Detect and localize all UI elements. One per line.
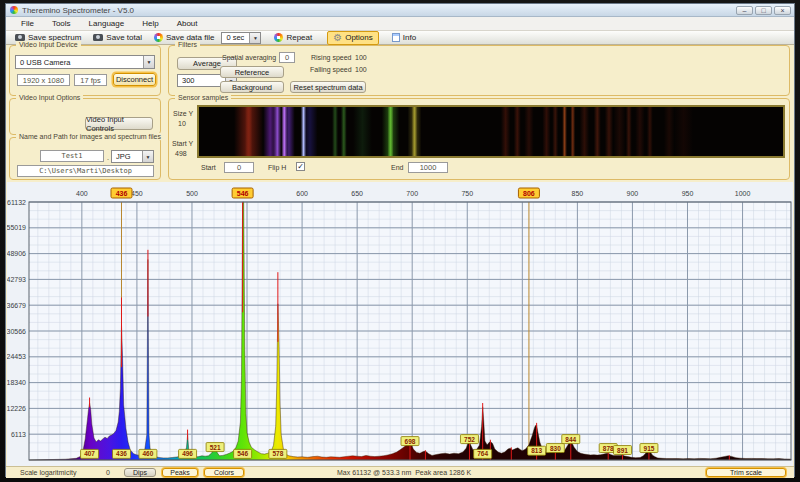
app-window: Theremino Spectrometer - V5.0 – □ × File… [5, 3, 795, 477]
menu-help[interactable]: Help [133, 19, 167, 28]
spectrum-chart: 4004505005506006507007508509009501000611… [7, 182, 793, 466]
video-input-device-group: Video Input Device 0 USB Camera ▼ 1920 x… [9, 45, 161, 96]
interval-select[interactable]: 0 sec ▼ [221, 32, 261, 44]
x-tick-label: 950 [682, 190, 694, 197]
menu-file[interactable]: File [12, 19, 43, 28]
peak-label: 844 [565, 436, 576, 443]
rising-speed-label: Rising speed [311, 54, 351, 61]
peak-label: 813 [531, 447, 542, 454]
flip-h-label: Flip H [268, 164, 286, 171]
camera-icon [15, 34, 25, 41]
sensor-spectrum-strip [197, 105, 785, 158]
y-tick-label: 55019 [7, 224, 26, 231]
menu-language[interactable]: Language [80, 19, 134, 28]
x-tick-label: 700 [406, 190, 418, 197]
calibration-label: 546 [237, 190, 249, 197]
chevron-down-icon: ▼ [249, 33, 260, 43]
save-total-button[interactable]: Save total [88, 32, 147, 43]
y-tick-label: 30566 [7, 328, 26, 335]
start-y-label: Start Y [172, 140, 193, 147]
y-tick-label: 6113 [11, 431, 26, 438]
peaks-button[interactable]: Peaks [162, 468, 198, 477]
scale-logaritmicity-value: 0 [106, 469, 110, 476]
info-button[interactable]: Info [387, 32, 421, 43]
chevron-down-icon: ▼ [143, 56, 154, 68]
background-button[interactable]: Background [220, 81, 284, 93]
dips-button[interactable]: Dips [124, 468, 156, 477]
repeat-button[interactable]: Repeat [269, 32, 317, 43]
peak-label: 496 [182, 450, 193, 457]
restore-button[interactable]: □ [755, 6, 772, 15]
files-group: Name and Path for images and spectrum fi… [9, 137, 161, 180]
peak-label: 830 [550, 445, 561, 452]
window-title: Theremino Spectrometer - V5.0 [22, 6, 134, 15]
y-tick-label: 36679 [7, 302, 26, 309]
menu-tools[interactable]: Tools [43, 19, 80, 28]
y-tick-label: 12226 [7, 405, 26, 412]
x-tick-label: 600 [296, 190, 308, 197]
disconnect-button[interactable]: Disconnect [113, 73, 156, 86]
options-button[interactable]: ⚙ Options [327, 31, 379, 45]
peak-label: 878 [603, 445, 614, 452]
rising-speed-value: 100 [355, 54, 367, 61]
group-title: Video Input Device [16, 41, 81, 48]
start-field[interactable]: 0 [224, 162, 254, 173]
peak-label: 436 [116, 450, 127, 457]
path-field[interactable]: C:\Users\Marti\Desktop [17, 165, 154, 177]
x-tick-label: 400 [76, 190, 88, 197]
window-controls: – □ × [736, 6, 791, 15]
video-input-controls-button[interactable]: Video Input Controls [85, 117, 153, 130]
filters-group: Filters Average 300 ▼ Spatial averaging … [168, 45, 790, 96]
spatial-averaging-field[interactable]: 0 [279, 52, 295, 63]
toolbar: Save spectrum Save total Save data file … [6, 31, 794, 45]
falling-speed-value: 100 [355, 66, 367, 73]
colors-button[interactable]: Colors [204, 468, 244, 477]
peak-label: 546 [237, 450, 248, 457]
format-select[interactable]: JPG ▼ [111, 150, 154, 163]
flip-h-checkbox[interactable]: ✓ [296, 162, 305, 171]
end-field[interactable]: 1000 [408, 162, 448, 173]
menu-about[interactable]: About [168, 19, 207, 28]
group-title: Video Input Options [16, 94, 83, 101]
y-tick-label: 61132 [7, 199, 26, 206]
calibration-label: 436 [116, 190, 128, 197]
calibration-label: 806 [523, 190, 535, 197]
title-bar[interactable]: Theremino Spectrometer - V5.0 – □ × [6, 4, 794, 17]
desktop-background: Theremino Spectrometer - V5.0 – □ × File… [0, 0, 800, 482]
group-title: Sensor samples [175, 94, 231, 101]
group-title: Name and Path for images and spectrum fi… [16, 133, 164, 140]
x-tick-label: 750 [461, 190, 473, 197]
peak-label: 915 [644, 445, 655, 452]
color-wheel-icon [154, 33, 163, 42]
peak-label: 521 [210, 444, 221, 451]
close-button[interactable]: × [774, 6, 791, 15]
x-tick-label: 500 [186, 190, 198, 197]
size-y-value: 10 [178, 120, 186, 127]
reference-button[interactable]: Reference [220, 66, 284, 78]
spatial-averaging-label: Spatial averaging [222, 54, 276, 61]
status-bar: Scale logaritmicity 0 Dips Peaks Colors … [6, 466, 794, 478]
peak-label: 764 [477, 450, 488, 457]
minimize-button[interactable]: – [736, 6, 753, 15]
y-tick-label: 18340 [7, 379, 26, 386]
menu-bar: File Tools Language Help About [6, 17, 794, 31]
falling-speed-label: Falling speed [310, 66, 352, 73]
trim-scale-button[interactable]: Trim scale [706, 468, 786, 477]
color-wheel-icon [274, 33, 283, 42]
filename-field[interactable]: Test1 [40, 150, 104, 162]
chevron-down-icon: ▼ [142, 151, 153, 162]
start-label: Start [201, 164, 216, 171]
reset-spectrum-button[interactable]: Reset spectrum data [290, 81, 366, 93]
max-peak-status: Max 61132 @ 533.3 nm Peak area 1286 K [337, 469, 471, 476]
peak-label: 752 [464, 436, 475, 443]
camera-select[interactable]: 0 USB Camera ▼ [15, 55, 155, 69]
dot-separator: . [107, 154, 109, 161]
scale-logaritmicity-label: Scale logaritmicity [20, 469, 76, 476]
y-tick-label: 48906 [7, 250, 26, 257]
peak-label: 578 [272, 450, 283, 457]
start-y-value: 498 [175, 150, 187, 157]
x-tick-label: 450 [131, 190, 143, 197]
peak-label: 698 [405, 438, 416, 445]
resolution-field: 1920 x 1080 [17, 74, 70, 86]
x-tick-label: 900 [627, 190, 639, 197]
